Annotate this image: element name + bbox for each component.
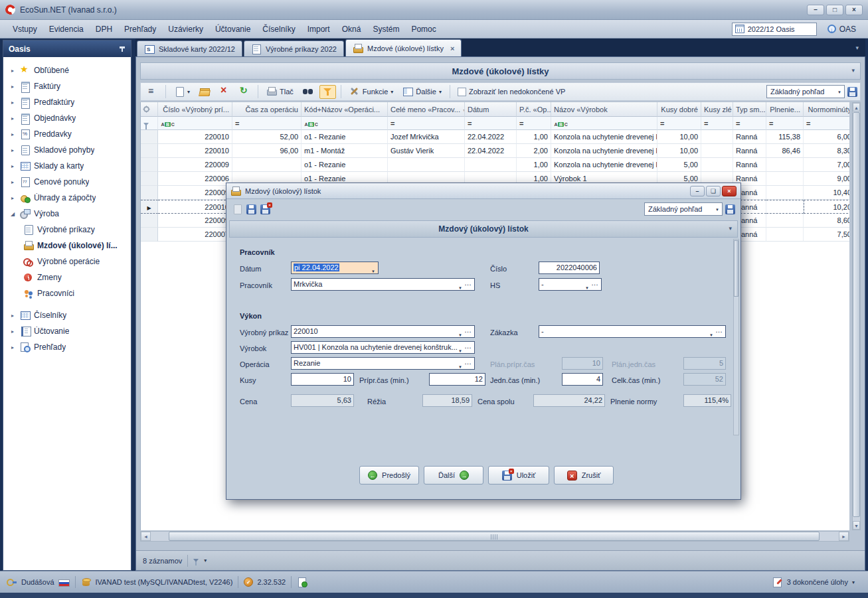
- filter-cell[interactable]: ABC: [551, 117, 657, 130]
- filter-cell[interactable]: =: [232, 117, 302, 130]
- filter-cell[interactable]: =: [517, 117, 551, 130]
- grid-cell[interactable]: [465, 158, 517, 172]
- grid-cell[interactable]: 10,40: [804, 186, 849, 200]
- vertical-scroll-thumb[interactable]: [853, 112, 860, 517]
- row-indicator[interactable]: [141, 144, 158, 158]
- filter-cell[interactable]: =: [657, 117, 701, 130]
- column-header-p-c-op[interactable]: P.č. «Op...: [517, 102, 551, 117]
- kusy-field[interactable]: 10: [291, 373, 354, 386]
- column-header-cas-za-operaciu[interactable]: Čas za operáciu: [232, 102, 302, 117]
- grid-cell[interactable]: 8,60: [804, 214, 849, 228]
- cislo-field[interactable]: 2022040006: [539, 262, 600, 274]
- jedn-cas-field[interactable]: 4: [562, 373, 603, 386]
- row-indicator[interactable]: [141, 214, 158, 228]
- hs-field[interactable]: -: [539, 278, 602, 291]
- grid-cell[interactable]: Gustáv Vierik: [388, 144, 465, 158]
- dialog-scroll-thumb[interactable]: [734, 240, 738, 297]
- tab-vyrobne-prikazy-2022[interactable]: Výrobné príkazy 2022: [244, 40, 344, 56]
- dialog-scrollbar[interactable]: [733, 239, 739, 435]
- filter-cell[interactable]: ABC: [158, 117, 232, 130]
- filter-cell[interactable]: =: [733, 117, 766, 130]
- menu-item-pomoc[interactable]: Pomoc: [405, 23, 442, 36]
- menu-item-prehlady[interactable]: Prehľady: [118, 23, 162, 36]
- only-unfinished-checkbox[interactable]: [458, 88, 466, 96]
- grid-cell[interactable]: 5,00: [657, 158, 701, 172]
- grid-cell[interactable]: 220009: [158, 214, 232, 228]
- dialog-minimize-button[interactable]: [690, 186, 705, 196]
- grid-cell[interactable]: [766, 228, 804, 242]
- save-button[interactable]: Uložiť: [488, 466, 549, 485]
- next-button[interactable]: Ďalší: [424, 466, 483, 485]
- sidebar-item-vyroba[interactable]: ◢Výroba: [3, 206, 131, 222]
- row-indicator[interactable]: ▶: [141, 200, 158, 214]
- filter-cell[interactable]: =: [804, 117, 849, 130]
- grid-cell[interactable]: 220010: [158, 144, 232, 158]
- maximize-button[interactable]: [826, 5, 843, 15]
- filter-row-indicator[interactable]: [141, 117, 158, 130]
- table-row[interactable]: 22001096,00m1 - MontážGustáv Vierik22.04…: [141, 144, 849, 158]
- menu-item-import[interactable]: Import: [302, 23, 336, 36]
- menu-item-okna[interactable]: Okná: [336, 23, 367, 36]
- delete-record-button[interactable]: [216, 84, 233, 99]
- horizontal-scrollbar[interactable]: ◄ ►: [140, 531, 849, 542]
- grid-cell[interactable]: 1,00: [517, 158, 551, 172]
- grid-cell[interactable]: 7,00: [804, 158, 849, 172]
- tasks-status[interactable]: 3 dokončené úlohy: [772, 577, 861, 587]
- zakazka-field[interactable]: -: [539, 325, 726, 338]
- grid-cell[interactable]: 96,00: [232, 144, 302, 158]
- sidebar-item-uhr-ady-a-zapocty[interactable]: ▸Úhr­ady a zápočty: [3, 190, 131, 206]
- table-row[interactable]: 220009o1 - Rezanie1,00Konzola na uchyten…: [141, 158, 849, 172]
- grid-cell[interactable]: 10,20: [804, 200, 849, 214]
- grid-cell[interactable]: 8,30: [804, 144, 849, 158]
- refresh-button[interactable]: [236, 84, 253, 99]
- tab-mzdove-ukolove-listky[interactable]: Mzdové (úkolové) lístky×: [345, 39, 462, 56]
- new-record-button[interactable]: [171, 84, 193, 99]
- menu-item-uzavierky[interactable]: Uzávierky: [162, 23, 209, 36]
- chevron-down-icon[interactable]: [852, 579, 855, 585]
- tab-overflow-icon[interactable]: [855, 44, 859, 51]
- previous-button[interactable]: Predošlý: [359, 466, 419, 485]
- save-button-icon[interactable]: [246, 204, 256, 214]
- pripr-cas-field[interactable]: 12: [429, 373, 485, 386]
- grid-cell[interactable]: 6,00: [804, 130, 849, 144]
- grid-cell[interactable]: [766, 200, 804, 214]
- grid-corner-header[interactable]: [141, 102, 158, 117]
- filter-cell[interactable]: ABC: [302, 117, 388, 130]
- grid-cell[interactable]: 10,00: [657, 144, 701, 158]
- operacia-field[interactable]: Rezanie: [291, 357, 475, 370]
- grid-cell[interactable]: 1,00: [517, 130, 551, 144]
- column-header-datum[interactable]: Dátum: [465, 102, 517, 117]
- row-indicator[interactable]: [141, 228, 158, 242]
- scroll-up-icon[interactable]: ▲: [853, 103, 860, 112]
- row-indicator[interactable]: [141, 186, 158, 200]
- grid-cell[interactable]: o1 - Rezanie: [302, 130, 388, 144]
- oas-button[interactable]: OAS: [827, 25, 856, 34]
- vyrobny-prikaz-field[interactable]: 220010: [291, 325, 475, 338]
- dialog-close-button[interactable]: [722, 186, 737, 196]
- grid-cell[interactable]: [701, 158, 733, 172]
- grid-cell[interactable]: Jozef Mrkvička: [388, 130, 465, 144]
- grid-cell[interactable]: Ranná: [733, 158, 766, 172]
- filter-cell[interactable]: =: [701, 117, 733, 130]
- column-header-typ-sm[interactable]: Typ sm...: [733, 102, 766, 117]
- grid-cell[interactable]: [701, 144, 733, 158]
- sidebar-item-objednavky[interactable]: ▸Objednávky: [3, 110, 131, 126]
- sidebar-item-predfaktury[interactable]: ▸Predfaktúry: [3, 94, 131, 110]
- grid-cell[interactable]: 22.04.2022: [465, 144, 517, 158]
- layout-menu-button[interactable]: [143, 84, 161, 99]
- menu-item-uctovanie[interactable]: Účtovanie: [209, 23, 256, 36]
- grid-cell[interactable]: Ranná: [733, 144, 766, 158]
- grid-cell[interactable]: m1 - Montáž: [302, 144, 388, 158]
- sidebar-item-vyrobne-operacie[interactable]: Výrobné operácie: [3, 254, 131, 269]
- sidebar-item-zmeny[interactable]: Zmeny: [3, 269, 131, 285]
- grid-cell[interactable]: 22.04.2022: [465, 130, 517, 144]
- sidebar-item-vyrobne-prikazy[interactable]: Výrobné príkazy: [3, 222, 131, 238]
- dialog-restore-button[interactable]: [706, 186, 721, 196]
- menu-item-vstupy[interactable]: Vstupy: [7, 23, 43, 36]
- more-menu-button[interactable]: Ďalšie: [399, 84, 445, 99]
- grid-cell[interactable]: 220006: [158, 172, 232, 186]
- menu-item-evidencia[interactable]: Evidencia: [43, 23, 90, 36]
- grid-cell[interactable]: Konzola na uchytenie drevenej konštr...: [551, 130, 657, 144]
- grid-cell[interactable]: Konzola na uchytenie drevenej konštr...: [551, 158, 657, 172]
- grid-cell[interactable]: 2,00: [517, 144, 551, 158]
